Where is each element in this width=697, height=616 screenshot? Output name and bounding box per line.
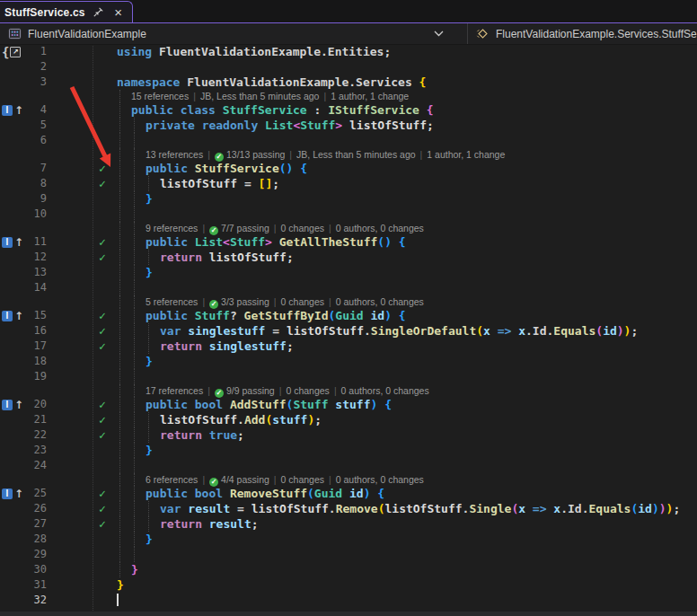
- codelens[interactable]: 13 references|✓13/13 passing|JB, Less th…: [146, 148, 505, 162]
- code-line: 18}: [0, 354, 697, 369]
- code-text[interactable]: public class StuffService : IStuffServic…: [131, 102, 434, 118]
- codelens-segment[interactable]: 17 references: [146, 385, 203, 396]
- test-coverage-check-icon[interactable]: ✓: [99, 412, 106, 427]
- line-number: 9: [0, 191, 47, 207]
- indent-guide: [119, 473, 120, 486]
- codelens-test-status[interactable]: ✓9/9 passing: [215, 385, 275, 396]
- codelens-test-status[interactable]: ✓3/3 passing: [209, 296, 269, 307]
- codelens-segment[interactable]: 0 authors, 0 changes: [336, 223, 424, 233]
- indent-guide: [119, 547, 120, 562]
- indent-guide: [119, 369, 120, 384]
- codelens-separator: |: [269, 296, 281, 307]
- code-text[interactable]: public List<Stuff> GetAllTheStuff() {: [146, 234, 406, 250]
- code-text[interactable]: }: [131, 562, 138, 577]
- codelens[interactable]: 6 references|✓4/4 passing|0 changes|0 au…: [146, 473, 424, 487]
- code-text[interactable]: return singlestuff;: [160, 339, 294, 354]
- code-text[interactable]: public Stuff? GetStuffById(Guid id) {: [146, 308, 406, 323]
- code-text[interactable]: listOfStuff.Add(stuff);: [160, 412, 322, 427]
- indent-guide: [119, 384, 120, 397]
- codelens-segment[interactable]: 6 references: [146, 474, 198, 485]
- code-text[interactable]: public bool AddStuff(Stuff stuff) {: [146, 397, 392, 412]
- tab-title: StuffService.cs: [4, 6, 85, 19]
- codelens-segment[interactable]: 1 author, 1 change: [427, 149, 505, 160]
- codelens[interactable]: 15 references|JB, Less than 5 minutes ag…: [131, 90, 409, 102]
- code-text[interactable]: return listOfStuff;: [160, 250, 294, 265]
- up-arrow-glyph: ↑: [14, 400, 23, 410]
- test-coverage-check-icon[interactable]: ✓: [99, 323, 106, 339]
- implements-interface-icon[interactable]: I↑: [2, 487, 23, 500]
- codelens-segment[interactable]: 0 changes: [281, 223, 324, 233]
- namespace-link-icon[interactable]: {↗: [2, 45, 21, 58]
- codelens-segment[interactable]: 1 author, 1 change: [331, 91, 409, 101]
- test-coverage-check-icon[interactable]: ✓: [99, 397, 106, 412]
- breadcrumb-project-label: FluentValidationExample: [28, 28, 146, 40]
- codelens-segment[interactable]: 15 references: [131, 91, 189, 101]
- codelens-segment[interactable]: 0 changes: [281, 296, 324, 307]
- implements-interface-icon[interactable]: I↑: [2, 398, 23, 411]
- test-coverage-check-icon[interactable]: ✓: [99, 427, 106, 443]
- code-text[interactable]: }: [146, 354, 153, 369]
- codelens-separator: |: [324, 223, 336, 233]
- codelens-segment[interactable]: 9 references: [146, 223, 198, 233]
- tab-stuffservice[interactable]: StuffService.cs ×: [0, 1, 133, 22]
- test-coverage-check-icon[interactable]: ✓: [99, 161, 106, 176]
- codelens-segment[interactable]: 13 references: [146, 149, 203, 160]
- implements-interface-icon[interactable]: I↑: [2, 235, 23, 249]
- codelens-segment[interactable]: 0 authors, 0 changes: [341, 385, 429, 396]
- test-coverage-check-icon[interactable]: ✓: [99, 501, 106, 516]
- test-coverage-check-icon[interactable]: ✓: [99, 516, 106, 532]
- indent-guide: [119, 295, 120, 308]
- code-text[interactable]: }: [146, 265, 153, 280]
- codelens-segment[interactable]: 0 authors, 0 changes: [336, 474, 424, 485]
- code-text[interactable]: }: [146, 532, 153, 547]
- code-text[interactable]: public bool RemoveStuff(Guid id) {: [146, 486, 384, 501]
- interface-glyph: I: [2, 105, 13, 116]
- code-text[interactable]: using FluentValidationExample.Entities;: [117, 44, 391, 59]
- codelens-segment[interactable]: 0 authors, 0 changes: [336, 296, 424, 307]
- indent-guide: [134, 397, 135, 412]
- code-text[interactable]: return true;: [160, 427, 244, 443]
- codelens-segment[interactable]: JB, Less than 5 minutes ago: [296, 149, 416, 160]
- close-icon[interactable]: ×: [112, 6, 125, 19]
- horizontal-scrollbar[interactable]: [0, 612, 697, 616]
- breadcrumb-symbol-dropdown[interactable]: FluentValidationExample.Services.StuffSe…: [467, 23, 697, 44]
- test-coverage-check-icon[interactable]: ✓: [99, 250, 106, 265]
- codelens-segment[interactable]: 0 changes: [286, 385, 329, 396]
- codelens[interactable]: 17 references|✓9/9 passing|0 changes|0 a…: [146, 384, 429, 398]
- code-text[interactable]: var result = listOfStuff.Remove(listOfSt…: [160, 501, 680, 516]
- codelens-test-status[interactable]: ✓7/7 passing: [209, 223, 269, 233]
- indent-guide: [134, 222, 135, 234]
- codelens-test-status[interactable]: ✓13/13 passing: [215, 149, 285, 160]
- code-text[interactable]: }: [117, 577, 124, 593]
- code-text[interactable]: }: [146, 191, 153, 207]
- code-text[interactable]: listOfStuff = [];: [160, 176, 279, 191]
- codelens[interactable]: 5 references|✓3/3 passing|0 changes|0 au…: [146, 295, 424, 309]
- codelens-separator: |: [330, 385, 341, 396]
- test-coverage-check-icon[interactable]: ✓: [99, 308, 106, 323]
- line-number: 2: [0, 59, 47, 75]
- code-text[interactable]: }: [146, 443, 153, 458]
- code-text[interactable]: return result;: [160, 516, 259, 532]
- codelens[interactable]: 9 references|✓7/7 passing|0 changes|0 au…: [146, 222, 424, 235]
- line-number: 16: [0, 323, 47, 339]
- codelens-test-status[interactable]: ✓4/4 passing: [209, 474, 269, 485]
- code-text[interactable]: public StuffService() {: [146, 161, 307, 176]
- chevron-down-icon[interactable]: [434, 31, 460, 37]
- indent-guide: [119, 354, 120, 369]
- codelens-segment[interactable]: JB, Less than 5 minutes ago: [200, 91, 320, 101]
- pin-icon[interactable]: [93, 6, 105, 19]
- code-text[interactable]: private readonly List<Stuff> listOfStuff…: [146, 118, 434, 133]
- breadcrumb-project-dropdown[interactable]: FluentValidationExample: [0, 23, 467, 44]
- code-text[interactable]: namespace FluentValidationExample.Servic…: [117, 75, 426, 90]
- codelens-segment[interactable]: 5 references: [146, 296, 198, 307]
- implements-interface-icon[interactable]: I↑: [2, 309, 23, 322]
- test-coverage-check-icon[interactable]: ✓: [99, 339, 106, 354]
- implements-interface-icon[interactable]: I↑: [2, 103, 23, 117]
- test-coverage-check-icon[interactable]: ✓: [99, 234, 106, 250]
- code-text[interactable]: var singlestuff = listOfStuff.SingleOrDe…: [160, 323, 638, 339]
- editor[interactable]: 1{↗using FluentValidationExample.Entitie…: [0, 44, 697, 616]
- test-coverage-check-icon[interactable]: ✓: [99, 176, 106, 191]
- codelens-segment[interactable]: 0 changes: [281, 474, 324, 485]
- test-coverage-check-icon[interactable]: ✓: [99, 486, 106, 501]
- breadcrumb-symbol-label: FluentValidationExample.Services.StuffSe…: [496, 28, 697, 40]
